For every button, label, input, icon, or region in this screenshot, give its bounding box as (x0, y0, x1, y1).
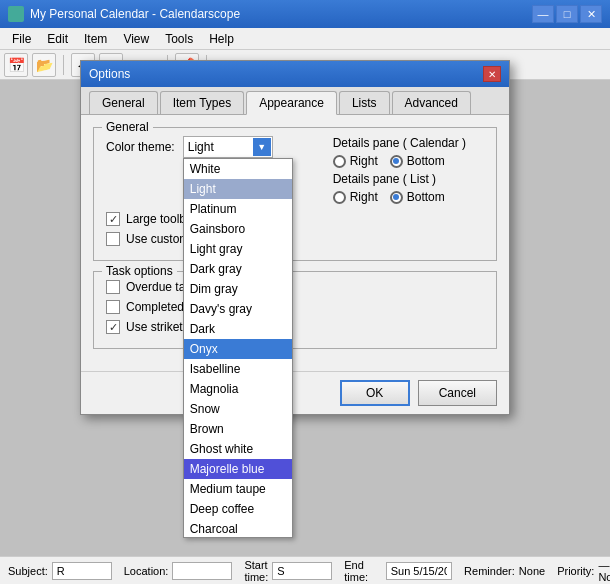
list-right-radio[interactable] (333, 191, 346, 204)
location-input[interactable] (172, 562, 232, 580)
priority-label: Priority: (557, 565, 594, 577)
menu-bar: File Edit Item View Tools Help (0, 28, 610, 50)
theme-magnolia[interactable]: Magnolia (184, 379, 292, 399)
theme-light-gray[interactable]: Light gray (184, 239, 292, 259)
large-toolbar-label: Large toolb (126, 212, 186, 226)
maximize-button[interactable]: □ (556, 5, 578, 23)
list-bottom-label: Bottom (407, 190, 445, 204)
menu-file[interactable]: File (4, 30, 39, 48)
theme-snow[interactable]: Snow (184, 399, 292, 419)
list-right-label: Right (350, 190, 378, 204)
start-time-label: Start time: (244, 559, 268, 583)
strikethrough-checkbox[interactable] (106, 320, 120, 334)
menu-tools[interactable]: Tools (157, 30, 201, 48)
selected-theme-value: Light (188, 140, 214, 154)
theme-light[interactable]: Light (184, 179, 292, 199)
menu-view[interactable]: View (115, 30, 157, 48)
theme-gainsboro[interactable]: Gainsboro (184, 219, 292, 239)
calendar-bottom-label: Bottom (407, 154, 445, 168)
theme-isabelline[interactable]: Isabelline (184, 359, 292, 379)
use-custom-row: Use custom (106, 232, 484, 246)
color-theme-label: Color theme: (106, 140, 175, 154)
tab-general[interactable]: General (89, 91, 158, 114)
details-pane-calendar: Details pane ( Calendar ) Right Bottom D… (333, 136, 466, 204)
end-time-label: End time: (344, 559, 381, 583)
theme-ghost-white[interactable]: Ghost white (184, 439, 292, 459)
app-close-button[interactable]: ✕ (580, 5, 602, 23)
toolbar-open[interactable]: 📂 (32, 53, 56, 77)
tab-item-types[interactable]: Item Types (160, 91, 244, 114)
theme-white[interactable]: White (184, 159, 292, 179)
dialog-close-button[interactable]: ✕ (483, 66, 501, 82)
details-list-label: Details pane ( List ) (333, 172, 466, 186)
theme-dark-gray[interactable]: Dark gray (184, 259, 292, 279)
menu-edit[interactable]: Edit (39, 30, 76, 48)
app-title: My Personal Calendar - Calendarscope (30, 7, 240, 21)
toolbar-new[interactable]: 📅 (4, 53, 28, 77)
list-bottom-radio[interactable] (390, 191, 403, 204)
options-dialog: Options ✕ General Item Types Appearance … (80, 60, 510, 415)
large-toolbar-checkbox[interactable] (106, 212, 120, 226)
dialog-title-text: Options (89, 67, 130, 81)
completed-task-row: Completed task (106, 300, 484, 314)
dialog-tabs: General Item Types Appearance Lists Adva… (81, 87, 509, 115)
minimize-button[interactable]: — (532, 5, 554, 23)
menu-help[interactable]: Help (201, 30, 242, 48)
general-group: General Color theme: Light ▼ White Light (93, 127, 497, 261)
start-time-input[interactable] (272, 562, 332, 580)
tab-advanced[interactable]: Advanced (392, 91, 471, 114)
tab-lists[interactable]: Lists (339, 91, 390, 114)
completed-task-checkbox[interactable] (106, 300, 120, 314)
subject-label: Subject: (8, 565, 48, 577)
end-time-input[interactable] (386, 562, 452, 580)
overdue-task-checkbox[interactable] (106, 280, 120, 294)
strikethrough-row: Use striket ay completed tasks (106, 320, 484, 334)
status-bar: Subject: Location: Start time: End time:… (0, 556, 610, 584)
theme-dark[interactable]: Dark (184, 319, 292, 339)
ok-button[interactable]: OK (340, 380, 410, 406)
task-options-label: Task options (102, 264, 177, 278)
menu-item[interactable]: Item (76, 30, 115, 48)
priority-value: — Normal (598, 559, 610, 583)
theme-charcoal[interactable]: Charcoal (184, 519, 292, 538)
task-options-group: Task options Overdue task c Completed ta… (93, 271, 497, 349)
overdue-task-row: Overdue task c (106, 280, 484, 294)
theme-brown[interactable]: Brown (184, 419, 292, 439)
theme-medium-taupe[interactable]: Medium taupe (184, 479, 292, 499)
dialog-content: General Color theme: Light ▼ White Light (81, 115, 509, 371)
tab-appearance[interactable]: Appearance (246, 91, 337, 115)
app-icon (8, 6, 24, 22)
color-theme-select[interactable]: Light (183, 136, 273, 158)
cancel-button[interactable]: Cancel (418, 380, 497, 406)
calendar-right-radio[interactable] (333, 155, 346, 168)
theme-deep-coffee[interactable]: Deep coffee (184, 499, 292, 519)
theme-davys-gray[interactable]: Davy's gray (184, 299, 292, 319)
strikethrough-label: Use striket (126, 320, 183, 334)
use-custom-label: Use custom (126, 232, 189, 246)
use-custom-checkbox[interactable] (106, 232, 120, 246)
theme-platinum[interactable]: Platinum (184, 199, 292, 219)
general-group-label: General (102, 120, 153, 134)
reminder-value: None (519, 565, 545, 577)
theme-onyx[interactable]: Onyx (184, 339, 292, 359)
large-toolbar-row: Large toolb (106, 212, 484, 226)
reminder-label: Reminder: (464, 565, 515, 577)
theme-dim-gray[interactable]: Dim gray (184, 279, 292, 299)
color-theme-list: White Light Platinum Gainsboro Light gra… (183, 158, 293, 538)
location-label: Location: (124, 565, 169, 577)
subject-input[interactable] (52, 562, 112, 580)
calendar-bottom-radio[interactable] (390, 155, 403, 168)
details-calendar-label: Details pane ( Calendar ) (333, 136, 466, 150)
theme-majorelle-blue[interactable]: Majorelle blue (184, 459, 292, 479)
dialog-footer: OK Cancel (81, 371, 509, 414)
calendar-right-label: Right (350, 154, 378, 168)
color-theme-dropdown-container: Light ▼ White Light Platinum Gainsboro L… (183, 136, 273, 158)
title-bar: My Personal Calendar - Calendarscope — □… (0, 0, 610, 28)
toolbar-sep1 (63, 55, 64, 75)
dialog-title-bar: Options ✕ (81, 61, 509, 87)
